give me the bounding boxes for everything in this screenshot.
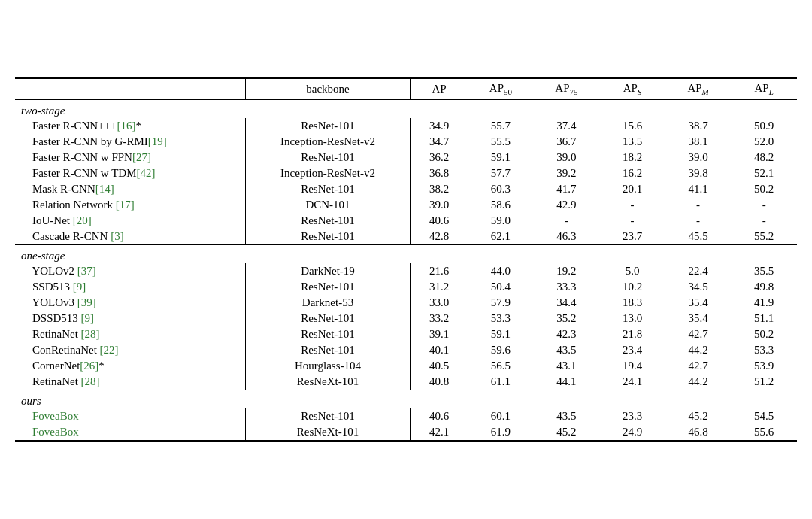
- cell-ap50: 55.5: [468, 134, 534, 150]
- cell-ap50: 53.3: [468, 311, 534, 326]
- cell-ap: 33.2: [410, 311, 468, 326]
- cell-apl: 54.5: [731, 408, 797, 424]
- cell-method: Faster R-CNN+++[16]*: [15, 118, 246, 134]
- cell-apl: 35.5: [731, 263, 797, 279]
- cell-apm: 39.8: [665, 165, 732, 181]
- cell-ap: 36.2: [410, 150, 468, 165]
- cell-ap50: 50.4: [468, 279, 534, 295]
- cell-aps: 18.3: [599, 295, 665, 311]
- header-ap50: AP50: [468, 78, 534, 100]
- cell-ap: 40.6: [410, 408, 468, 424]
- cell-backbone: DarkNet-19: [246, 263, 411, 279]
- cell-aps: 23.3: [599, 408, 665, 424]
- cell-apm: 44.2: [665, 342, 732, 358]
- cell-apm: 38.7: [665, 118, 732, 134]
- cell-ap75: 19.2: [534, 263, 600, 279]
- cell-ap75: 43.1: [534, 358, 600, 374]
- cell-ap50: 58.6: [468, 197, 534, 213]
- cell-backbone: Hourglass-104: [246, 358, 411, 374]
- table-row: DSSD513 [9] ResNet-101 33.2 53.3 35.2 13…: [15, 311, 797, 326]
- header-aps: APS: [599, 78, 665, 100]
- cell-ap50: 59.1: [468, 326, 534, 342]
- cell-apm: 42.7: [665, 326, 732, 342]
- cell-ap75: 37.4: [534, 118, 600, 134]
- table-row: RetinaNet [28] ResNet-101 39.1 59.1 42.3…: [15, 326, 797, 342]
- cell-aps: 18.2: [599, 150, 665, 165]
- table-row: ConRetinaNet [22] ResNet-101 40.1 59.6 4…: [15, 342, 797, 358]
- cell-method: DSSD513 [9]: [15, 311, 246, 326]
- header-ap75: AP75: [534, 78, 600, 100]
- cell-ap75: 39.2: [534, 165, 600, 181]
- cell-apm: 45.2: [665, 408, 732, 424]
- cell-aps: -: [599, 197, 665, 213]
- cell-method: CornerNet[26]*: [15, 358, 246, 374]
- cell-aps: 23.7: [599, 229, 665, 245]
- cell-ap50: 55.7: [468, 118, 534, 134]
- cell-method: SSD513 [9]: [15, 279, 246, 295]
- cell-method: FoveaBox: [15, 424, 246, 441]
- cell-apm: 44.2: [665, 374, 732, 390]
- cell-apl: 52.1: [731, 165, 797, 181]
- cell-backbone: ResNet-101: [246, 118, 411, 134]
- cell-ap: 42.1: [410, 424, 468, 441]
- header-backbone: backbone: [246, 78, 411, 100]
- cell-ap75: 34.4: [534, 295, 600, 311]
- cell-ap75: 35.2: [534, 311, 600, 326]
- header-method: [15, 78, 246, 100]
- cell-aps: 5.0: [599, 263, 665, 279]
- cell-apm: 42.7: [665, 358, 732, 374]
- cell-ap50: 59.1: [468, 150, 534, 165]
- cell-backbone: Darknet-53: [246, 295, 411, 311]
- section-header-ours: ours: [15, 390, 797, 409]
- cell-ap75: 45.2: [534, 424, 600, 441]
- cell-apm: 35.4: [665, 311, 732, 326]
- cell-ap75: 41.7: [534, 181, 600, 197]
- cell-method: FoveaBox: [15, 408, 246, 424]
- cell-backbone: Inception-ResNet-v2: [246, 134, 411, 150]
- table-row: FoveaBox ResNeXt-101 42.1 61.9 45.2 24.9…: [15, 424, 797, 441]
- section-header-two-stage: two-stage: [15, 100, 797, 119]
- cell-ap50: 59.0: [468, 213, 534, 229]
- cell-ap75: -: [534, 213, 600, 229]
- cell-ap: 21.6: [410, 263, 468, 279]
- cell-aps: 21.8: [599, 326, 665, 342]
- table-row: YOLOv2 [37] DarkNet-19 21.6 44.0 19.2 5.…: [15, 263, 797, 279]
- results-table: backbone AP AP50 AP75 APS APM APL two-st…: [15, 77, 797, 442]
- cell-apl: 51.1: [731, 311, 797, 326]
- cell-ap: 39.1: [410, 326, 468, 342]
- cell-backbone: ResNet-101: [246, 279, 411, 295]
- table-row: Faster R-CNN by G-RMI[19] Inception-ResN…: [15, 134, 797, 150]
- cell-aps: 13.5: [599, 134, 665, 150]
- table-row: IoU-Net [20] ResNet-101 40.6 59.0 - - - …: [15, 213, 797, 229]
- header-apl: APL: [731, 78, 797, 100]
- table-row: Faster R-CNN+++[16]* ResNet-101 34.9 55.…: [15, 118, 797, 134]
- cell-backbone: Inception-ResNet-v2: [246, 165, 411, 181]
- cell-aps: 19.4: [599, 358, 665, 374]
- header-apm: APM: [665, 78, 732, 100]
- cell-ap: 34.9: [410, 118, 468, 134]
- table-row: YOLOv3 [39] Darknet-53 33.0 57.9 34.4 18…: [15, 295, 797, 311]
- cell-backbone: ResNet-101: [246, 229, 411, 245]
- cell-apl: 55.6: [731, 424, 797, 441]
- table-row: Faster R-CNN w FPN[27] ResNet-101 36.2 5…: [15, 150, 797, 165]
- cell-apl: 55.2: [731, 229, 797, 245]
- cell-aps: 20.1: [599, 181, 665, 197]
- cell-ap: 42.8: [410, 229, 468, 245]
- cell-aps: 16.2: [599, 165, 665, 181]
- cell-ap50: 60.3: [468, 181, 534, 197]
- table-row: SSD513 [9] ResNet-101 31.2 50.4 33.3 10.…: [15, 279, 797, 295]
- cell-method: YOLOv3 [39]: [15, 295, 246, 311]
- cell-ap50: 62.1: [468, 229, 534, 245]
- cell-ap75: 39.0: [534, 150, 600, 165]
- cell-method: Cascade R-CNN [3]: [15, 229, 246, 245]
- cell-method: Faster R-CNN w FPN[27]: [15, 150, 246, 165]
- cell-ap75: 44.1: [534, 374, 600, 390]
- table-row: FoveaBox ResNet-101 40.6 60.1 43.5 23.3 …: [15, 408, 797, 424]
- cell-ap: 39.0: [410, 197, 468, 213]
- cell-ap: 33.0: [410, 295, 468, 311]
- table-row: CornerNet[26]* Hourglass-104 40.5 56.5 4…: [15, 358, 797, 374]
- cell-apl: 48.2: [731, 150, 797, 165]
- cell-ap: 38.2: [410, 181, 468, 197]
- cell-apl: 53.3: [731, 342, 797, 358]
- cell-ap50: 59.6: [468, 342, 534, 358]
